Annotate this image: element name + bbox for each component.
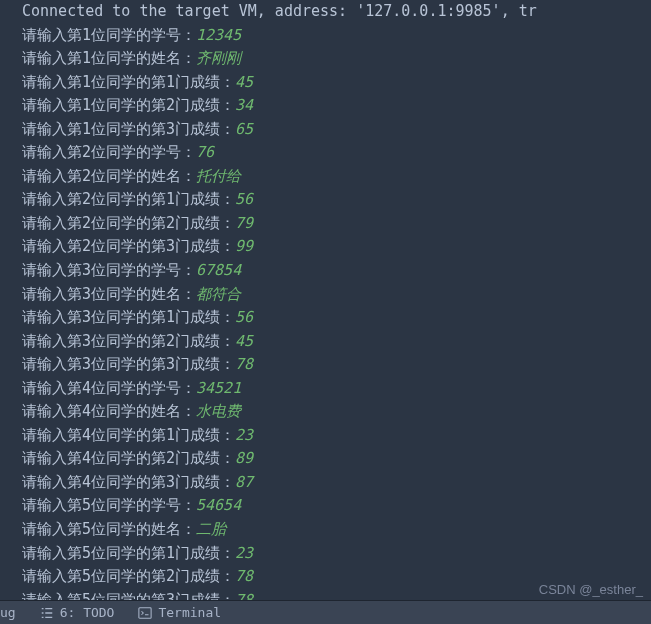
- console-line: 请输入第4位同学的学号：34521: [4, 377, 647, 401]
- input-value: 34: [235, 96, 253, 114]
- input-value: 89: [235, 449, 253, 467]
- input-value: 78: [235, 591, 253, 600]
- console-line: 请输入第2位同学的学号：76: [4, 141, 647, 165]
- tab-debug-partial[interactable]: ug: [0, 601, 28, 624]
- tab-debug-label: ug: [0, 605, 16, 620]
- prompt-text: 请输入第3位同学的第3门成绩：: [22, 355, 235, 373]
- prompt-text: 请输入第4位同学的第1门成绩：: [22, 426, 235, 444]
- input-value: 45: [235, 73, 253, 91]
- input-value: 54654: [196, 496, 241, 514]
- console-line: 请输入第4位同学的第2门成绩：89: [4, 447, 647, 471]
- input-value: 79: [235, 214, 253, 232]
- console-line: 请输入第1位同学的第3门成绩：65: [4, 118, 647, 142]
- console-line: 请输入第3位同学的第3门成绩：78: [4, 353, 647, 377]
- prompt-text: 请输入第3位同学的学号：: [22, 261, 196, 279]
- prompt-text: 请输入第1位同学的姓名：: [22, 49, 196, 67]
- input-value: 78: [235, 355, 253, 373]
- console-line: 请输入第4位同学的第1门成绩：23: [4, 424, 647, 448]
- input-value: 水电费: [196, 402, 241, 420]
- console-output: Connected to the target VM, address: '12…: [0, 0, 651, 600]
- console-line: 请输入第4位同学的姓名：水电费: [4, 400, 647, 424]
- input-value: 87: [235, 473, 253, 491]
- prompt-text: 请输入第4位同学的第3门成绩：: [22, 473, 235, 491]
- console-line: 请输入第5位同学的学号：54654: [4, 494, 647, 518]
- input-value: 12345: [196, 26, 241, 44]
- console-line: 请输入第5位同学的第1门成绩：23: [4, 542, 647, 566]
- input-value: 56: [235, 190, 253, 208]
- console-line: 请输入第1位同学的学号：12345: [4, 24, 647, 48]
- tab-todo-label: 6: TODO: [60, 605, 115, 620]
- prompt-text: 请输入第5位同学的学号：: [22, 496, 196, 514]
- console-line: 请输入第1位同学的第1门成绩：45: [4, 71, 647, 95]
- input-value: 45: [235, 332, 253, 350]
- input-value: 34521: [196, 379, 241, 397]
- prompt-text: 请输入第4位同学的第2门成绩：: [22, 449, 235, 467]
- prompt-text: 请输入第1位同学的学号：: [22, 26, 196, 44]
- prompt-text: 请输入第3位同学的姓名：: [22, 285, 196, 303]
- input-value: 56: [235, 308, 253, 326]
- console-line: 请输入第1位同学的姓名：齐刚刚: [4, 47, 647, 71]
- tab-terminal-label: Terminal: [158, 605, 221, 620]
- input-value: 齐刚刚: [196, 49, 241, 67]
- console-line: 请输入第2位同学的第2门成绩：79: [4, 212, 647, 236]
- console-line: 请输入第1位同学的第2门成绩：34: [4, 94, 647, 118]
- terminal-icon: [138, 606, 152, 620]
- prompt-text: 请输入第2位同学的学号：: [22, 143, 196, 161]
- input-value: 76: [196, 143, 214, 161]
- bottom-tool-bar: ug 6: TODO Terminal: [0, 600, 651, 624]
- input-value: 23: [235, 426, 253, 444]
- console-line: 请输入第3位同学的第2门成绩：45: [4, 330, 647, 354]
- console-line: 请输入第3位同学的第1门成绩：56: [4, 306, 647, 330]
- console-line: 请输入第4位同学的第3门成绩：87: [4, 471, 647, 495]
- console-line: 请输入第3位同学的姓名：都符合: [4, 283, 647, 307]
- tab-terminal[interactable]: Terminal: [126, 601, 233, 624]
- prompt-text: 请输入第5位同学的第3门成绩：: [22, 591, 235, 600]
- prompt-text: 请输入第3位同学的第2门成绩：: [22, 332, 235, 350]
- console-line: 请输入第2位同学的第1门成绩：56: [4, 188, 647, 212]
- prompt-text: 请输入第1位同学的第3门成绩：: [22, 120, 235, 138]
- prompt-text: 请输入第4位同学的姓名：: [22, 402, 196, 420]
- input-value: 67854: [196, 261, 241, 279]
- prompt-text: 请输入第2位同学的第1门成绩：: [22, 190, 235, 208]
- prompt-text: 请输入第1位同学的第2门成绩：: [22, 96, 235, 114]
- input-value: 都符合: [196, 285, 241, 303]
- prompt-text: 请输入第2位同学的姓名：: [22, 167, 196, 185]
- watermark-text: CSDN @_esther_: [539, 582, 643, 597]
- prompt-text: 请输入第3位同学的第1门成绩：: [22, 308, 235, 326]
- prompt-text: 请输入第4位同学的学号：: [22, 379, 196, 397]
- input-value: 23: [235, 544, 253, 562]
- connection-line: Connected to the target VM, address: '12…: [4, 0, 647, 24]
- tab-todo[interactable]: 6: TODO: [28, 601, 127, 624]
- console-line: 请输入第5位同学的姓名：二胎: [4, 518, 647, 542]
- input-value: 二胎: [196, 520, 226, 538]
- input-value: 65: [235, 120, 253, 138]
- prompt-text: 请输入第5位同学的第1门成绩：: [22, 544, 235, 562]
- input-value: 78: [235, 567, 253, 585]
- prompt-text: 请输入第5位同学的第2门成绩：: [22, 567, 235, 585]
- input-value: 99: [235, 237, 253, 255]
- input-value: 托付给: [196, 167, 241, 185]
- connection-text: Connected to the target VM, address: '12…: [22, 2, 537, 20]
- console-line: 请输入第2位同学的姓名：托付给: [4, 165, 647, 189]
- list-icon: [40, 606, 54, 620]
- prompt-text: 请输入第2位同学的第2门成绩：: [22, 214, 235, 232]
- svg-rect-0: [139, 607, 151, 618]
- prompt-text: 请输入第5位同学的姓名：: [22, 520, 196, 538]
- prompt-text: 请输入第1位同学的第1门成绩：: [22, 73, 235, 91]
- console-line: 请输入第2位同学的第3门成绩：99: [4, 235, 647, 259]
- console-line: 请输入第3位同学的学号：67854: [4, 259, 647, 283]
- prompt-text: 请输入第2位同学的第3门成绩：: [22, 237, 235, 255]
